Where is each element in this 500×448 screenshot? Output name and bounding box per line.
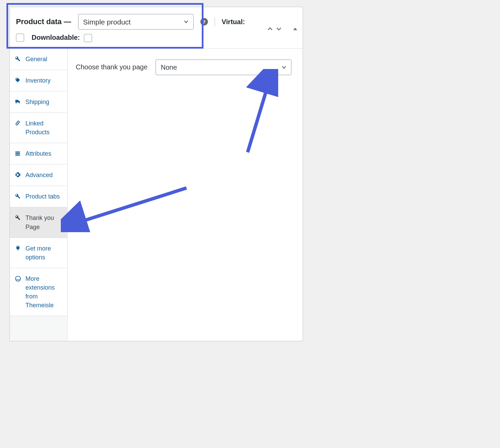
tab-advanced[interactable]: Advanced (10, 165, 67, 186)
tab-label: Product tabs (25, 192, 62, 201)
themeisle-icon (15, 275, 21, 282)
tab-shipping[interactable]: Shipping (10, 91, 67, 113)
panel-header: Product data — Simple product ? Virtual:… (10, 7, 303, 49)
plug-icon (15, 245, 21, 251)
product-type-dropdown[interactable]: Simple product (78, 14, 194, 30)
gear-icon (15, 172, 21, 178)
panel-title: Product data — (16, 17, 71, 26)
tabs-sidebar: General Inventory Shipping Linked Produc… (10, 49, 68, 341)
tab-inventory[interactable]: Inventory (10, 70, 67, 91)
move-down-icon[interactable] (275, 25, 282, 32)
truck-icon (15, 99, 21, 105)
product-data-panel: Product data — Simple product ? Virtual:… (10, 7, 303, 341)
tab-label: Linked Products (25, 119, 62, 137)
tag-icon (15, 77, 21, 83)
tab-thank-you-page[interactable]: Thank you Page (10, 207, 67, 238)
tab-attributes[interactable]: Attributes (10, 143, 67, 165)
tab-label: Inventory (25, 76, 62, 85)
list-icon (15, 150, 21, 156)
annotation-arrow-to-dropdown (234, 69, 278, 154)
tab-product-tabs[interactable]: Product tabs (10, 186, 67, 207)
virtual-checkbox[interactable] (16, 34, 24, 42)
link-icon (15, 120, 21, 126)
downloadable-checkbox[interactable] (84, 34, 92, 42)
tab-content: Choose thank you page None (68, 49, 303, 341)
tab-general[interactable]: General (10, 49, 67, 70)
downloadable-label: Downloadable: (32, 34, 80, 41)
tab-label: Thank you Page (25, 213, 62, 231)
svg-line-1 (248, 74, 271, 152)
tab-label: Shipping (25, 98, 62, 106)
collapse-icon[interactable] (292, 26, 298, 32)
wrench-icon (15, 214, 21, 221)
divider (215, 17, 215, 26)
wrench-icon (15, 193, 21, 199)
thank-you-page-row: Choose thank you page None (76, 59, 294, 75)
thank-you-page-label: Choose thank you page (76, 63, 147, 71)
panel-controls (267, 25, 298, 32)
wrench-icon (15, 56, 21, 62)
svg-line-2 (67, 188, 186, 226)
svg-point-0 (16, 276, 21, 281)
thank-you-page-dropdown[interactable]: None (156, 59, 291, 75)
tab-get-more-options[interactable]: Get more options (10, 238, 67, 268)
tab-label: More extensions from Themeisle (25, 274, 62, 310)
virtual-label: Virtual: (222, 18, 245, 26)
help-icon[interactable]: ? (200, 18, 208, 25)
tab-label: Attributes (25, 149, 62, 158)
annotation-arrow-to-tab (61, 185, 190, 232)
move-up-icon[interactable] (267, 25, 273, 32)
tab-label: Advanced (25, 171, 62, 179)
tab-linked-products[interactable]: Linked Products (10, 113, 67, 143)
tab-label: Get more options (25, 244, 62, 262)
tab-label: General (25, 55, 62, 64)
panel-body: General Inventory Shipping Linked Produc… (10, 49, 303, 341)
tab-more-extensions[interactable]: More extensions from Themeisle (10, 268, 67, 316)
